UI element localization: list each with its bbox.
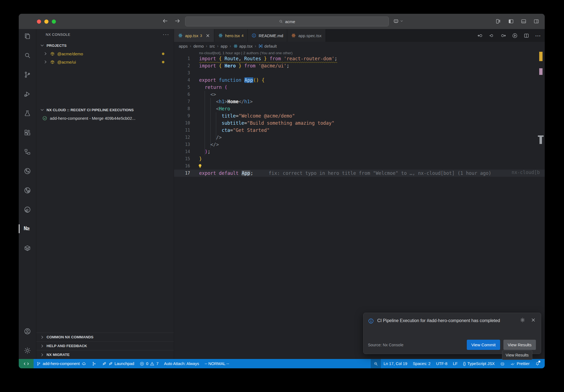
section-header-common-nx-commands[interactable]: COMMON NX COMMANDS xyxy=(36,333,174,341)
code-line-9[interactable]: 9 title="Welcome @acme/demo" xyxy=(174,112,545,119)
codelens-blame[interactable]: nx-cloud[bot], 1 hour ago | 2 authors (Y… xyxy=(199,51,292,55)
code-line-8[interactable]: 8 <Hero xyxy=(174,105,545,112)
code-line-13[interactable]: 13 </> xyxy=(174,141,545,148)
tab-app-spec-tsx[interactable]: app.spec.tsx xyxy=(287,29,326,42)
token: , xyxy=(238,56,244,61)
status-item-problems[interactable]: 07 xyxy=(137,359,161,368)
code-line-7[interactable]: 7 <h1>Home</h1> xyxy=(174,98,545,105)
status-item-language-mode[interactable]: {}TypeScript JSX xyxy=(460,359,497,368)
section-header-help-and-feedback[interactable]: HELP AND FEEDBACK xyxy=(36,341,174,350)
breadcrumb-item-app[interactable]: app xyxy=(221,44,227,48)
status-item-vim-mode[interactable]: -- NORMAL -- xyxy=(202,359,232,368)
status-item-auto-attach[interactable]: Auto Attach: Always xyxy=(161,359,202,368)
activity-bar-item-search[interactable] xyxy=(23,50,32,60)
status-item-zoom-out[interactable] xyxy=(371,359,381,368)
lightbulb-icon[interactable] xyxy=(197,164,203,169)
code-line-12[interactable]: 12 /> xyxy=(174,134,545,141)
split-editor-icon[interactable] xyxy=(524,33,529,39)
status-item-encoding[interactable]: UTF-8 xyxy=(433,359,450,368)
nx-console-icon: N≥ xyxy=(24,225,31,233)
status-item-notifications-bell[interactable] xyxy=(532,359,543,368)
notification-settings-gear-icon[interactable] xyxy=(520,317,525,323)
status-item-launchpad[interactable]: Launchpad xyxy=(99,359,137,368)
code-line-6[interactable]: 6 <> xyxy=(174,91,545,98)
more-actions-icon[interactable]: ⋯ xyxy=(535,33,541,39)
code-line-4[interactable]: 4export function App() { xyxy=(174,77,545,84)
status-item-indentation[interactable]: Spaces: 2 xyxy=(410,359,433,368)
pipeline-execution-item[interactable]: add-hero-component - Merge 409b44e5cb02.… xyxy=(36,114,174,122)
breadcrumb-item-src[interactable]: src xyxy=(209,44,215,48)
layout-sidebar-left-icon[interactable] xyxy=(508,18,514,24)
section-header-nx-migrate[interactable]: NX MIGRATE xyxy=(36,350,174,359)
activity-bar-item-run-debug[interactable] xyxy=(23,89,32,99)
code-line-5[interactable]: 5 return ( xyxy=(174,84,545,91)
activity-bar-item-settings[interactable] xyxy=(23,345,32,355)
history-back-icon[interactable] xyxy=(162,18,169,24)
code-line-15[interactable]: 15} xyxy=(174,155,545,162)
status-item-eol[interactable]: LF xyxy=(450,359,460,368)
remote-indicator[interactable] xyxy=(19,359,34,368)
breadcrumb-item-app-tsx[interactable]: app.tsx xyxy=(233,44,253,48)
minimize-window-button[interactable] xyxy=(44,20,48,24)
token xyxy=(236,63,238,69)
code-line-2[interactable]: 2import { Hero } from '@acme/ui'; xyxy=(174,62,545,69)
code-line-10[interactable]: 10 subtitle="Build something amazing tod… xyxy=(174,119,545,127)
nx-console-sidebar: NX CONSOLE ··· PROJECTS@acme/demo@acme/u… xyxy=(36,29,174,359)
nav-circle-icon[interactable] xyxy=(489,33,495,39)
code-line-1[interactable]: 1import { Route, Routes } from 'react-ro… xyxy=(174,55,545,62)
layout-panel-icon[interactable] xyxy=(521,18,527,24)
breadcrumb-item-default[interactable]: default xyxy=(258,44,277,48)
profile-badge[interactable] xyxy=(393,18,403,24)
status-item-git-branch[interactable]: add-hero-component xyxy=(34,359,89,368)
activity-bar-item-gitlens[interactable] xyxy=(23,185,32,195)
tab-README-md[interactable]: README.md xyxy=(248,29,287,42)
layout-sidebar-right-icon[interactable] xyxy=(533,18,539,24)
activity-bar-item-testing[interactable] xyxy=(23,108,32,118)
more-actions-icon[interactable]: ··· xyxy=(163,32,169,37)
status-item-prettier[interactable]: Prettier xyxy=(508,359,532,368)
activity-bar-item-project-graph[interactable] xyxy=(23,147,32,157)
close-window-button[interactable] xyxy=(37,20,41,24)
status-item-copilot[interactable] xyxy=(497,359,508,368)
tab-app-tsx[interactable]: app.tsx3 xyxy=(174,29,214,42)
zoom-window-button[interactable] xyxy=(52,20,56,24)
close-icon[interactable] xyxy=(205,33,210,38)
activity-bar-item-accounts[interactable] xyxy=(23,326,32,336)
tab-hero-tsx[interactable]: hero.tsx4 xyxy=(214,29,248,42)
activity-bar-item-containers[interactable] xyxy=(23,243,32,253)
run-icon[interactable] xyxy=(512,33,518,39)
view-commit-button[interactable]: View Commit xyxy=(467,340,500,350)
code-line-14[interactable]: 14 ); xyxy=(174,148,545,155)
chevron-down-icon xyxy=(40,108,44,112)
history-forward-icon[interactable] xyxy=(174,18,181,24)
activity-bar-item-extensions[interactable] xyxy=(23,127,32,137)
code-line-11[interactable]: 11 cta="Get Started" xyxy=(174,127,545,134)
section-header-projects[interactable]: PROJECTS xyxy=(36,41,174,50)
project-item[interactable]: @acme/ui xyxy=(36,58,174,66)
notification-close-icon[interactable] xyxy=(531,317,536,323)
code-line-16[interactable]: 16 xyxy=(174,162,545,170)
activity-bar-item-nx-console[interactable]: N≥ xyxy=(23,224,32,234)
code-line-17[interactable]: 17export default App;fix: correct typo i… xyxy=(174,170,545,177)
activity-bar-item-edge-tools[interactable] xyxy=(23,205,32,214)
section-header-nx-cloud[interactable]: NX CLOUD :: RECENT CI PIPELINE EXECUTION… xyxy=(36,106,174,114)
nav-forward-icon[interactable] xyxy=(500,33,506,39)
status-item-cursor-position[interactable]: Ln 17, Col 19 xyxy=(381,359,410,368)
code-line-3[interactable]: 3 xyxy=(174,69,545,77)
activity-bar-item-git-graph[interactable] xyxy=(23,166,32,176)
status-item-pipeline[interactable] xyxy=(89,359,99,368)
view-results-button[interactable]: View Results xyxy=(503,340,536,350)
layout-customize-icon[interactable] xyxy=(495,18,501,24)
nav-back-icon[interactable] xyxy=(477,33,483,39)
activity-bar-item-explorer[interactable] xyxy=(23,31,32,41)
activity-bar-item-source-control[interactable] xyxy=(23,70,32,80)
status-text: Prettier xyxy=(517,361,530,366)
line-content: <> xyxy=(190,92,216,97)
command-center-search[interactable]: acme xyxy=(185,17,389,26)
token xyxy=(199,113,222,119)
tab-label: app.spec.tsx xyxy=(298,33,321,38)
project-item[interactable]: @acme/demo xyxy=(36,50,174,58)
breadcrumb-item-apps[interactable]: apps xyxy=(179,44,188,48)
section-label: PROJECTS xyxy=(47,43,67,48)
breadcrumb-item-demo[interactable]: demo xyxy=(193,44,204,48)
